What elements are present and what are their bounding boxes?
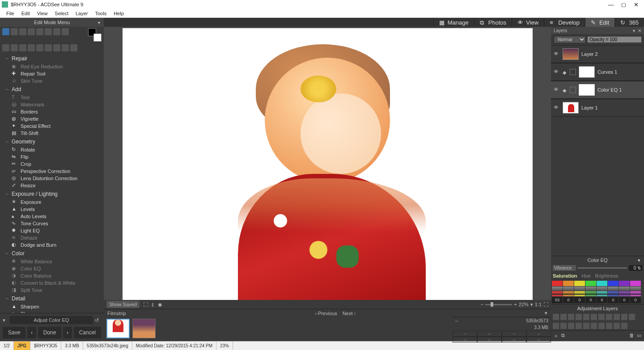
color-swatch-5[interactable]: 0 — [608, 281, 619, 303]
filmstrip-collapse-icon[interactable]: ▾ — [545, 310, 547, 316]
item-rotate[interactable]: ↻Rotate — [12, 146, 98, 153]
ellipse-tool[interactable] — [11, 44, 18, 51]
zoom-in-icon[interactable]: + — [514, 302, 517, 307]
adj-addnoise-icon[interactable] — [629, 314, 635, 320]
color-swatch-7[interactable]: 0 — [630, 281, 641, 303]
mode-365[interactable]: ↻365 — [614, 18, 644, 27]
adj-lighteq-icon[interactable] — [576, 314, 582, 320]
filmstrip-thumb-2[interactable] — [132, 319, 156, 338]
coloreq-header[interactable]: Color EQ — [551, 256, 644, 264]
item-flip[interactable]: ⇋Flip — [12, 153, 98, 160]
adj-i3-icon[interactable] — [568, 323, 574, 329]
section-add[interactable]: Add — [12, 84, 98, 94]
next-button[interactable]: › — [63, 327, 72, 338]
filmstrip-prev[interactable]: ‹ Previous — [315, 311, 337, 316]
item-tone-curves[interactable]: ∿Tone Curves — [12, 220, 98, 227]
vibrance-value[interactable]: 0 ⇅ — [629, 265, 642, 271]
layer-1[interactable]: 👁◆Curves 1 — [551, 63, 644, 81]
item-vignette[interactable]: ◍Vignette — [12, 115, 98, 122]
item-split-tone[interactable]: ◨Split Tone — [12, 287, 98, 294]
item-color-balance[interactable]: ◑Color Balance — [12, 272, 98, 279]
wand-tool[interactable] — [28, 28, 35, 35]
layer-3[interactable]: 👁Layer 1 — [551, 99, 644, 117]
item-repair-tool[interactable]: ✚Repair Tool — [12, 70, 98, 77]
blend-mode-select[interactable]: Normal — [554, 36, 586, 43]
menu-help[interactable]: Help — [110, 11, 127, 16]
section-geometry[interactable]: Geometry — [12, 137, 98, 146]
menu-select[interactable]: Select — [51, 11, 72, 16]
item-white-balance[interactable]: ❋White Balance — [12, 258, 98, 265]
item-text[interactable]: TText — [12, 94, 98, 101]
menu-view[interactable]: View — [34, 11, 51, 16]
item-skin-tune[interactable]: ☺Skin Tune — [12, 77, 98, 84]
mode-develop[interactable]: ≡Develop — [544, 18, 585, 27]
link-icon[interactable] — [570, 69, 576, 75]
histogram-icon[interactable]: ⫿ — [152, 302, 154, 307]
item-crop[interactable]: ✂Crop — [12, 160, 98, 168]
section-detail[interactable]: Detail — [12, 294, 98, 303]
item-auto-levels[interactable]: ▴Auto Levels — [12, 213, 98, 220]
opacity-field[interactable]: Opacity = 100 — [588, 37, 641, 42]
layers-menu-icon[interactable]: ▾ — [633, 28, 635, 33]
canvas[interactable] — [123, 28, 533, 300]
color-swatch-1[interactable]: 0 — [563, 281, 574, 303]
record-icon[interactable]: ◉ — [158, 302, 162, 308]
adj-coloreq-icon[interactable] — [598, 314, 605, 320]
rect-tool[interactable] — [19, 44, 26, 51]
adj-i7-icon[interactable] — [598, 323, 605, 329]
tab-hue[interactable]: Hue — [581, 273, 590, 278]
visibility-icon[interactable]: 👁 — [554, 69, 560, 75]
adj-i10-icon[interactable] — [621, 323, 627, 329]
eyedropper-tool[interactable] — [62, 28, 69, 35]
mask-icon[interactable]: ▭ — [637, 333, 641, 339]
actual-size-icon[interactable]: 1:1 — [535, 302, 542, 307]
reset-icon[interactable]: ↺ — [95, 317, 101, 323]
adj-i5-icon[interactable] — [583, 323, 589, 329]
menu-file[interactable]: File — [3, 11, 18, 16]
brush-tool[interactable] — [36, 28, 43, 35]
minimize-button[interactable]: — — [605, 0, 617, 8]
menu-tools[interactable]: Tools — [91, 11, 110, 16]
item-exposure[interactable]: ☀Exposure — [12, 198, 98, 206]
adj-i4-icon[interactable] — [576, 323, 582, 329]
item-watermark[interactable]: ⓌWatermark — [12, 101, 98, 108]
maximize-button[interactable]: ◻ — [617, 0, 630, 8]
move-tool[interactable] — [11, 28, 18, 35]
polygon-tool[interactable] — [53, 44, 60, 51]
adj-i9-icon[interactable] — [614, 323, 620, 329]
lasso-tool[interactable] — [19, 28, 26, 35]
adj-bw-icon[interactable] — [606, 314, 612, 320]
color-swatch-0[interactable]: 53 — [552, 281, 563, 303]
add-layer-icon[interactable]: ＋ — [554, 333, 559, 339]
delete-layer-icon[interactable]: 🗑 — [629, 333, 634, 339]
curve-tool[interactable] — [45, 44, 52, 51]
tab-brightness[interactable]: Brightness — [595, 273, 619, 278]
adj-photofx-icon[interactable] — [614, 314, 620, 320]
arrow-tool[interactable] — [36, 44, 43, 51]
item-sharpen[interactable]: ▲Sharpen — [12, 303, 98, 310]
edit-mode-menu[interactable]: Edit Mode Menu — [0, 18, 104, 27]
adj-i2-icon[interactable] — [560, 323, 567, 329]
item-lens-distortion[interactable]: ◎Lens Distortion Correction — [12, 175, 98, 182]
zoom-out-icon[interactable]: − — [481, 302, 483, 307]
adj-split-icon[interactable] — [621, 314, 627, 320]
pen-tool[interactable] — [2, 44, 9, 51]
color-swatch-2[interactable]: 0 — [574, 281, 585, 303]
prev-button[interactable]: ‹ — [27, 327, 36, 338]
mode-manage[interactable]: ▦Manage — [433, 18, 474, 27]
visibility-icon[interactable]: 👁 — [554, 105, 560, 111]
visibility-icon[interactable]: 👁 — [554, 87, 560, 93]
visibility-icon[interactable]: 👁 — [554, 51, 560, 57]
section-repair[interactable]: Repair — [12, 54, 98, 63]
color-swatch-3[interactable]: 0 — [585, 281, 596, 303]
cancel-button[interactable]: Cancel — [74, 327, 101, 338]
mode-photos[interactable]: ⧉Photos — [474, 18, 512, 27]
adj-curves-icon[interactable] — [568, 314, 574, 320]
section-exposure[interactable]: Exposure / Lighting — [12, 189, 98, 198]
color-swatch-6[interactable]: 0 — [619, 281, 630, 303]
adj-i1-icon[interactable] — [553, 323, 559, 329]
menu-layer[interactable]: Layer — [72, 11, 92, 16]
select-tool[interactable] — [2, 28, 9, 35]
fit-icon[interactable]: ⛶ — [143, 302, 148, 307]
eraser-tool[interactable] — [45, 28, 52, 35]
